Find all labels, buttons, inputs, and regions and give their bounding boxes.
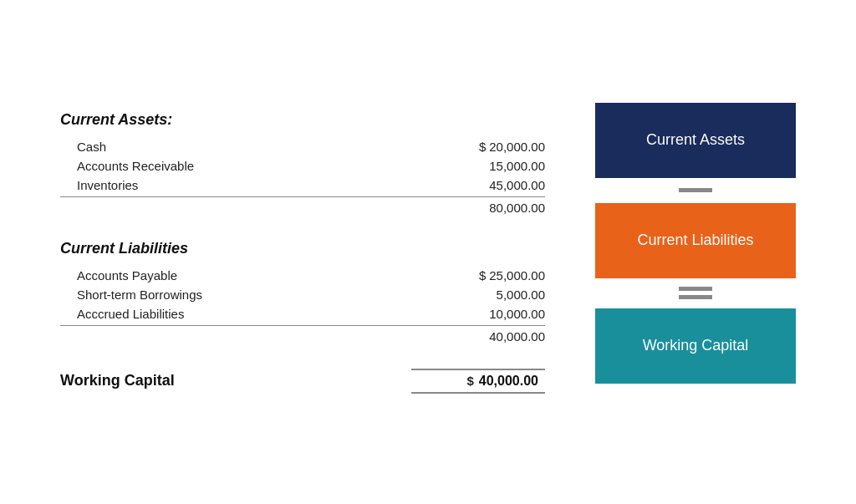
- current-liabilities-box-label: Current Liabilities: [637, 232, 753, 249]
- accounts-payable-row: Accounts Payable $ 25,000.00: [60, 266, 545, 285]
- inventories-label: Inventories: [60, 178, 227, 192]
- equals-bar-2: [679, 295, 712, 299]
- current-liabilities-section: Current Liabilities Accounts Payable $ 2…: [60, 240, 545, 344]
- cash-value: $ 20,000.00: [445, 140, 545, 154]
- accounts-receivable-label: Accounts Receivable: [60, 159, 227, 173]
- minus-bar: [679, 188, 712, 192]
- working-capital-dollar: $: [466, 374, 473, 388]
- working-capital-label: Working Capital: [60, 372, 175, 389]
- accrued-liabilities-value: 10,000.00: [445, 307, 545, 321]
- minus-divider: [679, 178, 712, 203]
- current-assets-subtotal: 80,000.00: [445, 201, 545, 215]
- accounts-receivable-row: Accounts Receivable 15,000.00: [60, 156, 545, 176]
- current-liabilities-title: Current Liabilities: [60, 240, 545, 257]
- working-capital-row: Working Capital $ 40,000.00: [60, 369, 545, 394]
- working-capital-value: 40,000.00: [479, 374, 538, 389]
- current-liabilities-subtotal-row: 40,000.00: [60, 325, 545, 344]
- accrued-liabilities-label: Acccrued Liabilities: [60, 307, 227, 321]
- current-assets-box: Current Assets: [595, 103, 796, 178]
- current-assets-section: Current Assets: Cash $ 20,000.00 Account…: [60, 111, 545, 215]
- current-assets-subtotal-row: 80,000.00: [60, 196, 545, 215]
- inventories-row: Inventories 45,000.00: [60, 176, 545, 195]
- accounts-receivable-value: 15,000.00: [445, 159, 545, 173]
- current-liabilities-box: Current Liabilities: [595, 203, 796, 278]
- right-panel: Current Assets Current Liabilities Worki…: [587, 94, 804, 384]
- working-capital-box-label: Working Capital: [643, 337, 749, 354]
- left-panel: Current Assets: Cash $ 20,000.00 Account…: [52, 94, 553, 410]
- equals-divider: [679, 278, 712, 308]
- accrued-liabilities-row: Acccrued Liabilities 10,000.00: [60, 304, 545, 323]
- accounts-payable-dollar: $: [479, 268, 486, 283]
- equals-bar-1: [679, 287, 712, 291]
- main-container: Current Assets: Cash $ 20,000.00 Account…: [52, 94, 804, 410]
- accounts-payable-value: $ 25,000.00: [445, 268, 545, 283]
- working-capital-box: Working Capital: [595, 308, 796, 384]
- short-term-borrowings-label: Short-term Borrowings: [60, 288, 227, 302]
- short-term-borrowings-value: 5,000.00: [445, 288, 545, 302]
- accounts-payable-label: Accounts Payable: [60, 268, 227, 283]
- working-capital-value-box: $ 40,000.00: [411, 369, 545, 394]
- current-liabilities-subtotal: 40,000.00: [445, 329, 545, 344]
- current-assets-title: Current Assets:: [60, 111, 545, 129]
- cash-dollar: $: [479, 140, 486, 154]
- inventories-value: 45,000.00: [445, 178, 545, 192]
- current-assets-box-label: Current Assets: [646, 131, 745, 149]
- cash-row: Cash $ 20,000.00: [60, 137, 545, 156]
- cash-label: Cash: [60, 140, 227, 154]
- short-term-borrowings-row: Short-term Borrowings 5,000.00: [60, 285, 545, 304]
